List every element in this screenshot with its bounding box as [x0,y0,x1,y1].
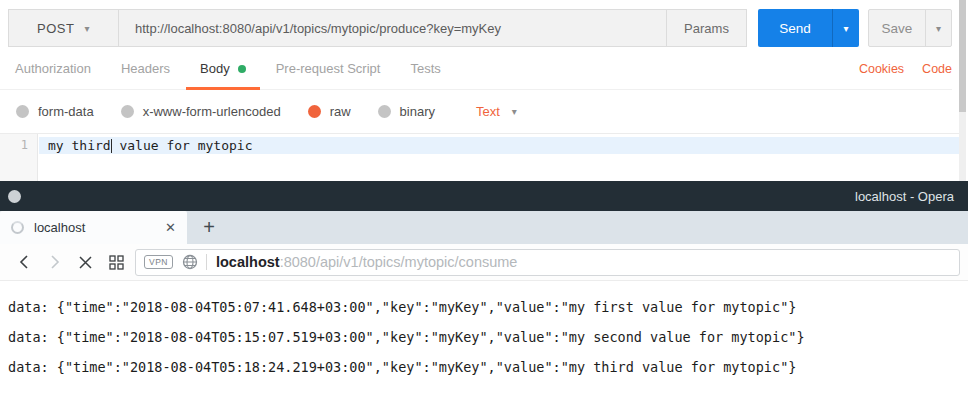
save-dropdown-button[interactable]: ▾ [925,10,951,46]
send-dropdown-button[interactable]: ▾ [832,9,859,47]
method-label: POST [37,21,74,36]
tab-body[interactable]: Body [200,48,246,90]
screen: POST ▾ Params Send ▾ Save ▾ Authorizatio… [0,0,968,403]
tab-strip: localhost ✕ + [0,211,968,244]
chevron-right-icon [50,254,60,270]
window-title: localhost - Opera [855,189,954,204]
sse-data-line: data: {"time":"2018-08-04T05:15:07.519+0… [8,322,968,352]
address-bar[interactable]: VPN localhost :8080/api/v1/topics/mytopi… [135,249,960,276]
request-bar: POST ▾ Params Send ▾ Save ▾ [8,9,952,47]
radio-selected-icon [308,105,321,118]
method-dropdown[interactable]: POST ▾ [9,10,119,46]
params-button[interactable]: Params [666,10,746,46]
scrollbar-thumb[interactable] [959,0,966,112]
globe-icon[interactable] [182,254,198,270]
address-separator [206,254,207,270]
request-tabs: Authorization Headers Body Pre-request S… [0,48,952,90]
forward-button[interactable] [39,247,70,277]
favicon-loading-icon [11,221,24,234]
line-number: 1 [21,138,28,152]
grid-icon [109,255,124,270]
chevron-left-icon [19,254,29,270]
body-type-binary[interactable]: binary [378,104,435,119]
sse-data-line: data: {"time":"2018-08-04T05:07:41.648+0… [8,292,968,322]
chevron-down-icon: ▾ [936,23,941,34]
save-button[interactable]: Save [869,10,925,46]
stop-button[interactable] [70,247,101,277]
body-type-row: form-data x-www-form-urlencoded raw bina… [0,90,952,133]
speed-dial-button[interactable] [101,247,132,277]
body-type-raw[interactable]: raw [308,104,351,119]
code-link[interactable]: Code [922,62,952,76]
postman-window: POST ▾ Params Send ▾ Save ▾ Authorizatio… [0,0,968,181]
radio-icon [16,105,29,118]
body-type-form-data[interactable]: form-data [16,104,94,119]
editor-active-line[interactable]: my third value for mytopic [39,137,960,154]
editor-gutter: 1 [0,134,38,181]
chevron-down-icon: ▾ [512,106,517,117]
browser-toolbar: VPN localhost :8080/api/v1/topics/mytopi… [0,244,968,281]
request-links: Cookies Code [859,62,952,76]
opera-window: localhost - Opera localhost ✕ + [0,181,968,403]
back-button[interactable] [8,247,39,277]
format-dropdown[interactable]: Text ▾ [476,104,517,119]
body-editor[interactable]: 1 my third value for mytopic [0,133,960,181]
address-path: :8080/api/v1/topics/mytopic/consume [280,254,518,270]
tab-authorization[interactable]: Authorization [15,48,91,90]
postman-scrollbar[interactable] [959,0,966,181]
tab-headers[interactable]: Headers [121,48,170,90]
browser-tab-localhost[interactable]: localhost ✕ [0,211,187,244]
chevron-down-icon: ▾ [84,23,90,34]
radio-icon [378,105,391,118]
body-type-x-www-form-urlencoded[interactable]: x-www-form-urlencoded [121,104,281,119]
tab-pre-request-script[interactable]: Pre-request Script [276,48,381,90]
cookies-link[interactable]: Cookies [859,62,904,76]
body-has-content-dot [238,65,246,73]
send-button[interactable]: Send [758,9,832,47]
opera-titlebar: localhost - Opera [0,181,968,211]
page-content: data: {"time":"2018-08-04T05:07:41.648+0… [0,281,968,382]
tab-title: localhost [34,220,85,235]
send-group: Send ▾ [758,9,859,47]
close-tab-icon[interactable]: ✕ [165,220,176,235]
save-group: Save ▾ [868,9,952,47]
tab-tests[interactable]: Tests [410,48,440,90]
stop-x-icon [79,256,92,269]
opera-menu-icon[interactable] [8,190,21,203]
url-group: POST ▾ Params [8,9,747,47]
new-tab-button[interactable]: + [187,211,231,244]
vpn-badge[interactable]: VPN [144,255,173,269]
sse-data-line: data: {"time":"2018-08-04T05:18:24.219+0… [8,352,968,382]
address-host: localhost [216,254,280,270]
radio-icon [121,105,134,118]
url-input[interactable] [119,10,666,46]
